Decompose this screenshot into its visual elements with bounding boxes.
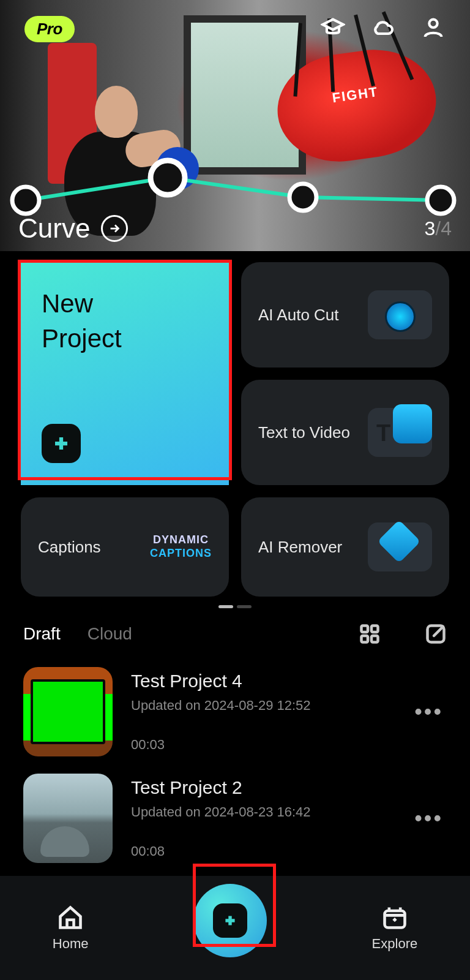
tab-draft[interactable]: Draft: [23, 624, 61, 644]
more-icon[interactable]: •••: [414, 709, 447, 715]
grid-view-icon[interactable]: [359, 623, 381, 645]
new-project-label: New Project: [42, 287, 122, 356]
academy-icon[interactable]: [321, 15, 345, 42]
plus-icon: [42, 424, 81, 463]
captions-card[interactable]: Captions DYNAMIC CAPTIONS: [21, 497, 229, 597]
svg-point-1: [151, 160, 185, 195]
svg-point-0: [12, 187, 39, 214]
svg-point-4: [429, 20, 437, 28]
captions-icon: DYNAMIC CAPTIONS: [150, 533, 212, 560]
nav-explore[interactable]: Explore: [372, 904, 418, 952]
ai-remover-label: AI Remover: [258, 538, 342, 557]
svg-point-3: [427, 187, 454, 214]
project-tabs: Draft Cloud: [0, 619, 470, 658]
new-project-card[interactable]: New Project: [21, 262, 229, 485]
arrow-right-icon: [101, 215, 128, 242]
create-fab[interactable]: [193, 884, 267, 957]
plus-icon: [213, 903, 247, 938]
text-to-video-label: Text to Video: [258, 423, 350, 442]
hero-banner[interactable]: Pro Curve 3/4: [0, 0, 470, 251]
svg-rect-6: [371, 626, 378, 633]
svg-marker-11: [392, 918, 397, 922]
nav-home-label: Home: [53, 936, 89, 952]
cloud-icon[interactable]: [371, 15, 395, 42]
ai-remover-icon: [368, 522, 432, 571]
ai-remover-card[interactable]: AI Remover: [241, 497, 449, 597]
svg-rect-7: [362, 636, 368, 643]
svg-rect-8: [371, 636, 378, 643]
bottom-nav: Home Explore: [0, 876, 470, 980]
more-icon[interactable]: •••: [414, 815, 447, 822]
ai-auto-cut-label: AI Auto Cut: [258, 306, 339, 325]
project-row[interactable]: Test Project 4 Updated on 2024-08-29 12:…: [23, 658, 447, 765]
nav-home[interactable]: Home: [53, 904, 89, 952]
profile-icon[interactable]: [421, 15, 446, 42]
text-to-video-icon: [368, 408, 432, 457]
project-thumbnail: [23, 667, 113, 756]
banner-page-indicator: 3/4: [425, 217, 452, 240]
edit-icon[interactable]: [425, 623, 447, 645]
project-title: Test Project 2: [131, 777, 396, 798]
svg-rect-5: [362, 626, 368, 633]
projects-list: Test Project 4 Updated on 2024-08-29 12:…: [0, 658, 470, 872]
tab-cloud[interactable]: Cloud: [88, 624, 132, 644]
ai-auto-cut-card[interactable]: AI Auto Cut: [241, 262, 449, 368]
page-dots: [0, 599, 470, 619]
project-duration: 00:08: [131, 843, 396, 859]
banner-title-row[interactable]: Curve: [18, 213, 128, 244]
project-updated: Updated on 2024-08-23 16:42: [131, 804, 396, 820]
nav-explore-label: Explore: [372, 936, 418, 952]
project-thumbnail: [23, 774, 113, 863]
text-to-video-card[interactable]: Text to Video: [241, 380, 449, 485]
captions-label: Captions: [38, 538, 101, 557]
project-row[interactable]: Test Project 2 Updated on 2024-08-23 16:…: [23, 765, 447, 872]
project-updated: Updated on 2024-08-29 12:52: [131, 698, 396, 714]
project-title: Test Project 4: [131, 671, 396, 692]
ai-auto-cut-icon: [368, 290, 432, 339]
features-grid: New Project AI Auto Cut Text to Video Ca…: [0, 251, 470, 599]
project-duration: 00:03: [131, 737, 396, 753]
svg-point-2: [289, 184, 316, 211]
banner-title: Curve: [18, 213, 90, 244]
pro-badge[interactable]: Pro: [24, 16, 75, 42]
